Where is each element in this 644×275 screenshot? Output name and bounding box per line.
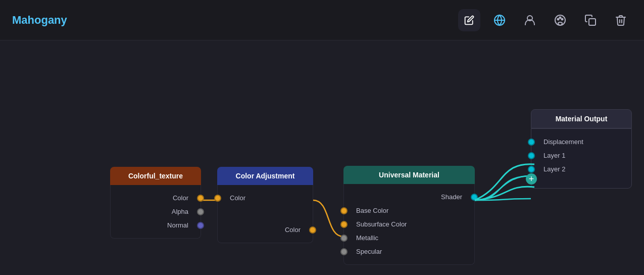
node-color-adjustment[interactable]: Color Adjustment Color Color bbox=[217, 167, 313, 243]
palette-icon bbox=[554, 14, 566, 26]
output-displacement-socket[interactable] bbox=[528, 139, 535, 146]
colorful-color-label: Color bbox=[173, 194, 188, 202]
node-material-output-body: Displacement Layer 1 Layer 2 + bbox=[531, 128, 632, 189]
universal-shader-socket[interactable] bbox=[471, 194, 478, 201]
node-colorful-texture[interactable]: Colorful_texture Color Alpha Normal bbox=[110, 167, 201, 239]
node-color-adjustment-header: Color Adjustment bbox=[217, 167, 313, 185]
output-layer2-socket[interactable] bbox=[528, 166, 535, 173]
node-canvas[interactable]: Colorful_texture Color Alpha Normal Colo… bbox=[0, 40, 644, 275]
svg-rect-6 bbox=[589, 19, 596, 25]
page-title: Mahogany bbox=[12, 14, 458, 27]
color-adj-color-output-socket[interactable] bbox=[309, 226, 316, 234]
output-layer2-label: Layer 2 bbox=[543, 165, 565, 173]
colorful-color-output-row: Color bbox=[111, 191, 201, 205]
colorful-normal-output-row: Normal bbox=[111, 218, 201, 232]
universal-specular-input-row: Specular bbox=[344, 245, 474, 258]
universal-subsurface-input-row: Subsurface Color bbox=[344, 217, 474, 231]
header: Mahogany bbox=[0, 0, 644, 40]
colorful-alpha-socket[interactable] bbox=[197, 208, 204, 215]
universal-basecolor-socket[interactable] bbox=[340, 207, 348, 214]
copy-button[interactable] bbox=[579, 9, 602, 31]
node-universal-material[interactable]: Universal Material Shader Base Color Sub… bbox=[343, 166, 475, 265]
colorful-color-socket[interactable] bbox=[197, 195, 204, 202]
output-layer1-socket[interactable] bbox=[528, 152, 535, 159]
output-add-row: + bbox=[531, 176, 631, 182]
node-material-output-header: Material Output bbox=[531, 109, 632, 128]
person-button[interactable] bbox=[519, 9, 541, 31]
colorful-normal-socket[interactable] bbox=[197, 222, 204, 229]
node-universal-material-header: Universal Material bbox=[343, 166, 475, 184]
universal-specular-label: Specular bbox=[356, 248, 382, 255]
output-add-socket[interactable]: + bbox=[526, 173, 537, 185]
person-icon bbox=[524, 14, 536, 26]
globe-button[interactable] bbox=[488, 9, 511, 31]
pencil-button[interactable] bbox=[458, 9, 480, 31]
universal-basecolor-input-row: Base Color bbox=[344, 204, 474, 217]
universal-subsurface-label: Subsurface Color bbox=[356, 220, 407, 228]
colorful-alpha-label: Alpha bbox=[172, 208, 188, 215]
output-displacement-label: Displacement bbox=[543, 138, 583, 146]
header-toolbar bbox=[458, 9, 632, 31]
color-adj-color-output-row: Color bbox=[218, 223, 313, 237]
svg-point-3 bbox=[558, 18, 559, 20]
node-material-output[interactable]: Material Output Displacement Layer 1 Lay… bbox=[531, 109, 632, 189]
node-universal-material-body: Shader Base Color Subsurface Color Metal… bbox=[343, 184, 475, 265]
colorful-alpha-output-row: Alpha bbox=[111, 205, 201, 218]
universal-shader-label: Shader bbox=[441, 193, 462, 201]
universal-specular-socket[interactable] bbox=[340, 248, 348, 255]
colorful-normal-label: Normal bbox=[167, 221, 188, 229]
color-adj-color-input-row: Color bbox=[218, 191, 313, 205]
globe-icon bbox=[493, 14, 506, 26]
output-displacement-row: Displacement bbox=[531, 135, 631, 149]
output-layer1-label: Layer 1 bbox=[543, 152, 565, 159]
color-adj-color-input-label: Color bbox=[230, 194, 245, 202]
universal-subsurface-socket[interactable] bbox=[340, 221, 348, 228]
copy-icon bbox=[584, 14, 597, 26]
color-adj-color-output-label: Color bbox=[285, 226, 301, 234]
universal-shader-output-row: Shader bbox=[344, 190, 474, 204]
svg-point-5 bbox=[562, 18, 563, 20]
output-layer1-row: Layer 1 bbox=[531, 149, 631, 162]
universal-metallic-input-row: Metallic bbox=[344, 231, 474, 245]
palette-button[interactable] bbox=[549, 9, 571, 31]
universal-metallic-socket[interactable] bbox=[340, 235, 348, 242]
node-colorful-texture-header: Colorful_texture bbox=[110, 167, 201, 185]
node-colorful-texture-body: Color Alpha Normal bbox=[110, 185, 201, 239]
universal-metallic-label: Metallic bbox=[356, 234, 378, 242]
universal-basecolor-label: Base Color bbox=[356, 207, 388, 214]
color-adj-color-input-socket[interactable] bbox=[214, 195, 221, 202]
svg-point-4 bbox=[560, 17, 561, 18]
output-layer2-row: Layer 2 bbox=[531, 162, 631, 176]
pencil-icon bbox=[464, 15, 474, 25]
trash-button[interactable] bbox=[610, 9, 632, 31]
node-color-adjustment-body: Color Color bbox=[217, 185, 313, 243]
trash-icon bbox=[615, 14, 627, 26]
